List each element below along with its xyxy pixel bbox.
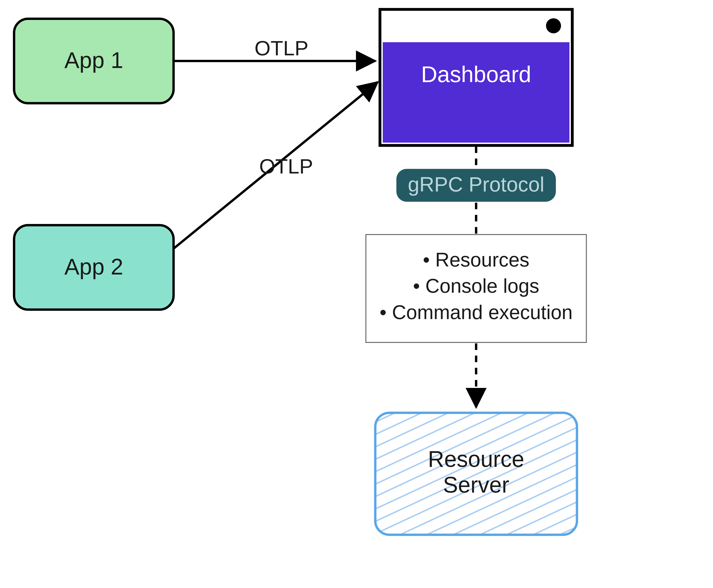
- app1-label: App 1: [64, 48, 123, 73]
- dashboard-label: Dashboard: [421, 62, 531, 87]
- svg-rect-5: [383, 42, 569, 143]
- feature-item-3: • Command execution: [380, 301, 572, 323]
- app2-node: App 2: [14, 225, 174, 310]
- window-dot-icon: [546, 18, 561, 33]
- app2-label: App 2: [64, 254, 123, 279]
- resource-server-node: Resource Server: [375, 413, 577, 535]
- dashboard-node: Dashboard: [380, 9, 572, 145]
- app1-node: App 1: [14, 19, 174, 103]
- edge-otlp2-label: OTLP: [259, 155, 313, 178]
- resource-server-label-line2: Server: [443, 472, 509, 497]
- features-node: • Resources • Console logs • Command exe…: [366, 235, 586, 342]
- grpc-label: gRPC Protocol: [408, 173, 544, 196]
- architecture-diagram: App 1 App 2 Dashboard OTLP OTLP gRPC Pro…: [0, 0, 713, 588]
- feature-item-2: • Console logs: [413, 275, 539, 297]
- edge-otlp-app2: OTLP: [173, 82, 378, 249]
- resource-server-label-line1: Resource: [428, 446, 524, 471]
- grpc-node: gRPC Protocol: [396, 169, 556, 202]
- edge-otlp-app1: OTLP: [173, 37, 375, 61]
- feature-item-1: • Resources: [423, 249, 529, 271]
- edge-otlp1-label: OTLP: [254, 37, 308, 60]
